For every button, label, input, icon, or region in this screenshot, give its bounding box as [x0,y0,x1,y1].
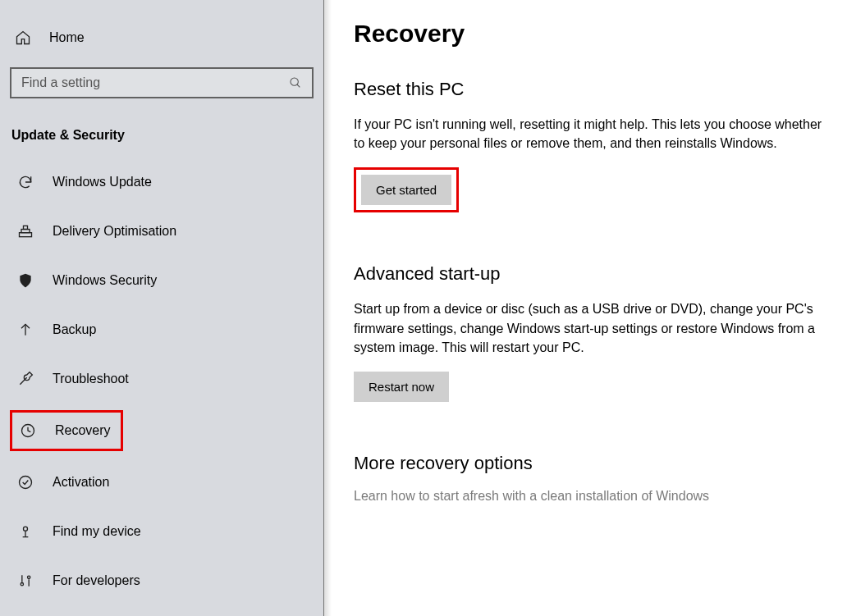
sidebar-item-label: For developers [53,573,140,588]
page-title: Recovery [354,20,824,48]
history-icon [19,422,37,439]
highlight-frame: Get started [354,167,459,212]
fresh-install-link[interactable]: Learn how to start afresh with a clean i… [354,489,824,504]
svg-point-10 [21,583,23,586]
search-icon [289,76,302,89]
sidebar-item-label: Windows Update [53,175,152,189]
sync-icon [16,174,34,190]
sidebar-item-delivery-optimisation[interactable]: Delivery Optimisation [10,213,314,249]
svg-point-8 [24,527,28,531]
get-started-button[interactable]: Get started [361,175,451,205]
svg-line-1 [297,84,300,87]
arrow-up-icon [16,322,34,338]
svg-point-7 [20,477,32,489]
advanced-startup-section: Advanced start-up Start up from a device… [354,263,824,402]
sidebar-item-label: Find my device [53,524,141,539]
sidebar-item-label: Activation [53,475,109,490]
sidebar-item-find-my-device[interactable]: Find my device [10,513,314,550]
svg-point-0 [291,78,298,85]
sidebar-item-label: Windows Security [53,273,157,288]
sidebar-item-for-developers[interactable]: For developers [10,563,314,599]
svg-rect-4 [24,226,28,229]
home-icon [15,30,31,46]
wrench-icon [16,371,34,387]
home-button[interactable]: Home [10,23,314,52]
sidebar-item-activation[interactable]: Activation [10,464,314,500]
home-label: Home [49,30,85,45]
reset-description: If your PC isn't running well, resetting… [354,115,824,153]
more-recovery-section: More recovery options Learn how to start… [354,453,824,504]
reset-pc-section: Reset this PC If your PC isn't running w… [354,79,824,212]
restart-now-button[interactable]: Restart now [354,372,449,402]
sidebar-item-troubleshoot[interactable]: Troubleshoot [10,361,314,397]
sidebar-item-recovery[interactable]: Recovery [12,418,121,444]
advanced-description: Start up from a device or disc (such as … [354,299,824,357]
svg-point-12 [28,576,30,578]
find-device-icon [16,523,34,540]
sidebar-item-label: Troubleshoot [53,372,129,386]
search-input[interactable] [10,67,314,98]
sidebar-item-backup[interactable]: Backup [10,312,314,348]
developers-icon [16,573,34,589]
shield-icon [16,272,34,289]
svg-rect-2 [20,233,32,237]
sidebar-item-label: Delivery Optimisation [53,224,176,239]
sidebar-item-label: Recovery [55,423,111,438]
sidebar: Home Update & Security Windows Update De… [0,0,324,616]
search-field[interactable] [21,75,289,90]
sidebar-item-label: Backup [53,322,96,337]
delivery-icon [16,223,34,240]
sidebar-item-windows-security[interactable]: Windows Security [10,262,314,299]
main-content: Recovery Reset this PC If your PC isn't … [324,0,847,616]
advanced-heading: Advanced start-up [354,263,824,285]
more-heading: More recovery options [354,453,824,474]
reset-heading: Reset this PC [354,79,824,100]
check-circle-icon [16,474,34,491]
section-title: Update & Security [10,121,314,157]
sidebar-item-windows-update[interactable]: Windows Update [10,164,314,200]
